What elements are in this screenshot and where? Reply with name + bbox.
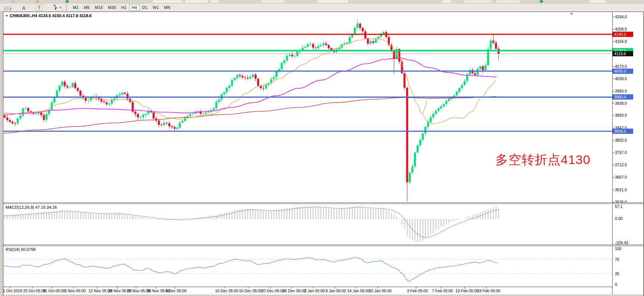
time-tick-label: 3 Feb 05:00 (407, 289, 428, 293)
time-tick-label: 25 Oct 05:00 (23, 289, 46, 293)
time-tick-label: 26 Dec 05:00 (283, 289, 306, 293)
price-tick-label: 3938.0 (615, 101, 627, 106)
price-tick-mark (613, 91, 614, 91)
chart-title: ▼ CHINA300-,H4 4134.5 4150.4 4117.8 4118… (5, 13, 91, 18)
toolbar-fragment (66, 0, 69, 3)
chart-annotation: 多空转折点4130 (495, 151, 591, 169)
time-axis[interactable]: 21 Oct 201925 Oct 05:0031 Oct 05:006 Nov… (3, 287, 643, 295)
rsi-axis-label: 70 (615, 257, 619, 262)
price-tick-mark (613, 41, 614, 42)
price-tick-label: 3712.0 (615, 163, 627, 167)
chart-title-text: CHINA300-,H4 4134.5 4150.4 4117.8 4118.6 (10, 13, 92, 18)
price-tick-label: 3621.0 (615, 188, 627, 192)
rsi-axis-label: 0 (615, 282, 617, 287)
chart-shift-marker-icon (570, 13, 573, 15)
rsi-axis-label: 100 (615, 246, 622, 251)
timeframe-button-m1[interactable]: M1 (70, 4, 81, 11)
top-toolbar-partial (0, 0, 644, 3)
price-tick-label: 4254.0 (615, 15, 627, 19)
text-tool-button[interactable]: T (33, 4, 45, 11)
timeframe-group: M1M5M15M30H1H4D1W1MN (70, 3, 173, 12)
price-tick-label: 4028.0 (615, 76, 627, 81)
main-chart-canvas[interactable] (3, 12, 612, 202)
toolbar-fragment (11, 0, 15, 3)
price-line-tag: 4190.0 (613, 32, 633, 37)
toolbar-fragment (211, 0, 219, 3)
timeframe-button-m5[interactable]: M5 (81, 4, 92, 11)
price-tick-label: 4209.0 (615, 27, 627, 31)
price-tick-mark (613, 103, 614, 104)
timeframe-button-w1[interactable]: W1 (150, 4, 162, 11)
price-tick-label: 3983.0 (615, 89, 627, 93)
timeframe-button-h4[interactable]: H4 (129, 4, 140, 11)
chart-window: ▼ CHINA300-,H4 4134.5 4150.4 4117.8 4118… (3, 12, 644, 296)
toolbar-fragment (590, 0, 606, 3)
time-tick-label: 16 Dec 05:00 (239, 289, 262, 293)
dropdown-caret-icon: ▾ (60, 6, 61, 9)
price-tick-label: 3757.0 (615, 150, 627, 155)
toolbar-fragment (186, 0, 208, 3)
time-tick-label: 14 Jan 05:00 (347, 289, 370, 293)
toolbar-fragment (36, 0, 39, 3)
rsi-axis-label: 30 (615, 271, 619, 276)
price-line-tag: 3960.0 (613, 94, 633, 100)
arrow-objects-icon (53, 5, 59, 10)
window-bottom-edge (3, 295, 643, 296)
time-tick-label: 6 Nov 05:00 (65, 289, 86, 293)
toolbar-fragment (464, 0, 492, 3)
arrow-objects-tool-button[interactable]: ▾ (50, 4, 63, 11)
price-tick-mark (613, 165, 614, 165)
time-tick-label: 7 Feb 05:00 (432, 289, 453, 293)
price-tick-mark (613, 115, 614, 116)
timeframe-button-m30[interactable]: M30 (105, 4, 118, 11)
macd-axis-label: 57.1 (615, 204, 622, 209)
text-label-tool-button[interactable]: A (20, 4, 28, 11)
chart-dropdown-icon[interactable]: ▼ (5, 14, 8, 18)
price-tick-mark (613, 152, 614, 153)
toolbar-fragment (261, 0, 284, 3)
toolbar-fragment (540, 0, 543, 3)
time-tick-label: 21 Oct 2019 (3, 289, 22, 293)
text-label-icon: A (22, 5, 25, 11)
current-price-tag: 4118.6 (613, 51, 633, 56)
price-tick-label: 4164.0 (615, 39, 627, 44)
time-tick-label: 2 Jan 05:00 (304, 289, 325, 293)
price-tick-mark (613, 66, 614, 67)
time-tick-label: 19 Feb 05:00 (477, 289, 500, 293)
pane-separator-rsi[interactable] (3, 245, 643, 246)
price-tick-mark (613, 140, 614, 141)
toolbar-fragment (442, 0, 451, 3)
grid-f-label: F (10, 7, 12, 11)
time-tick-label: 20 Jan 05:00 (369, 289, 392, 293)
timeframe-button-d1[interactable]: D1 (140, 4, 150, 11)
timeframe-button-m15[interactable]: M15 (92, 4, 105, 11)
rsi-canvas[interactable] (3, 246, 612, 287)
timeframe-button-h1[interactable]: H1 (119, 4, 129, 11)
time-tick-label: 10 Dec 05:00 (215, 289, 238, 293)
price-tick-mark (613, 177, 614, 177)
price-line-tag: 4055.0 (613, 69, 633, 74)
text-tool-icon: T (35, 4, 43, 11)
time-tick-label: 4 Dec 05:00 (165, 289, 187, 293)
macd-canvas[interactable] (3, 204, 612, 245)
rsi-label: RSI(14) 60.0756 (6, 247, 36, 252)
price-tick-label: 3667.0 (615, 175, 627, 179)
drawing-toolbar: F A T ▾ M1M5M15M30H1H4D1W1MN (0, 3, 644, 12)
time-tick-label: 8 Jan 05:00 (326, 289, 346, 293)
time-tick-label: 13 Feb 05:00 (455, 289, 479, 293)
price-tick-label: 3802.0 (615, 138, 627, 142)
toolbar-fragment (497, 0, 520, 3)
macd-axis-label: 0.00 (615, 216, 622, 221)
toolbar-fragment (318, 0, 348, 3)
price-line-tag: 3835.0 (613, 129, 633, 134)
pane-separator-macd[interactable] (3, 202, 643, 204)
macd-label: MACD(12,26,9) 47.15 34.26 (6, 205, 57, 210)
timeframe-button-mn[interactable]: MN (161, 4, 173, 11)
price-tick-mark (613, 29, 614, 29)
price-tick-label: 4073.0 (615, 64, 627, 69)
toolbar-grip[interactable] (66, 4, 68, 10)
price-axis[interactable]: 4254.04209.04164.04073.04028.03983.03938… (612, 12, 643, 295)
grid-f-tool-button[interactable]: F (1, 4, 14, 11)
time-tick-label: 20 Dec 05:00 (261, 289, 284, 293)
toolbar-fragment (153, 0, 182, 3)
